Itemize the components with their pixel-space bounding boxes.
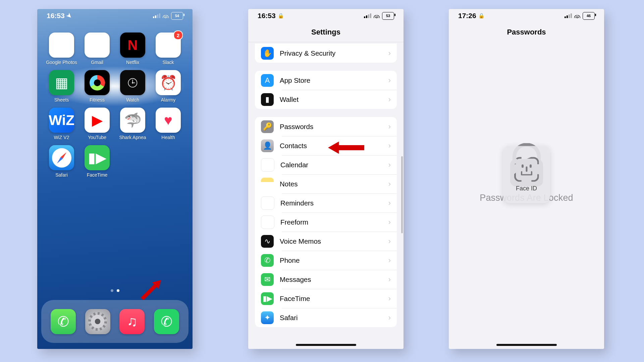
app-netflix[interactable]: NNetflix — [120, 33, 145, 65]
row-label: Reminders — [280, 199, 382, 207]
settings-row-passwords[interactable]: 🔑Passwords› — [255, 117, 397, 136]
svg-marker-1 — [328, 141, 364, 154]
settings-row-wallet[interactable]: ▮Wallet› — [255, 90, 397, 109]
row-icon: ✉︎ — [261, 273, 274, 286]
row-icon: ✦ — [261, 311, 274, 324]
settings-row-facetime[interactable]: ▮▶FaceTime› — [255, 289, 397, 308]
home-indicator[interactable] — [296, 344, 356, 346]
orientation-lock-icon: 🔒 — [278, 13, 284, 19]
settings-row-notes[interactable]: Notes› — [255, 174, 397, 193]
row-label: FaceTime — [280, 295, 382, 303]
badge: 2 — [173, 31, 183, 40]
app-youtube[interactable]: ▶YouTube — [85, 108, 110, 140]
faceid-label: Face ID — [516, 185, 537, 192]
page-indicator[interactable] — [37, 289, 193, 292]
app-gmail[interactable]: ✉︎Gmail — [85, 33, 110, 65]
app-wiz-v2[interactable]: WiZWiZ V2 — [49, 108, 74, 140]
app-shark-apnea[interactable]: 🦈Shark Apnea — [120, 108, 145, 140]
app-icon: ♥ — [156, 108, 181, 133]
settings-row-voice-memos[interactable]: ∿Voice Memos› — [255, 232, 397, 251]
row-label: Passwords — [280, 123, 382, 131]
app-label: WiZ V2 — [54, 135, 69, 140]
chevron-right-icon: › — [388, 313, 391, 322]
row-icon: ∿ — [261, 235, 274, 248]
settings-row-reminders[interactable]: ⋮Reminders› — [255, 193, 397, 213]
app-label: Watch — [126, 97, 139, 103]
dock-app-settings[interactable] — [85, 309, 110, 334]
row-icon: ✎ — [261, 216, 274, 229]
chevron-right-icon: › — [388, 275, 391, 284]
app-fitness[interactable]: Fitness — [85, 70, 110, 103]
app-label: YouTube — [88, 135, 106, 140]
dock-app-whatsapp[interactable]: ✆ — [154, 309, 179, 334]
dock: ✆♫✆ — [41, 300, 189, 343]
settings-row-phone[interactable]: ✆Phone› — [255, 251, 397, 270]
chevron-right-icon: › — [388, 218, 391, 227]
status-time: 17:26 — [458, 12, 476, 20]
chevron-right-icon: › — [388, 180, 391, 188]
app-slack[interactable]: ✱2Slack — [156, 33, 181, 65]
status-time: 16:53 — [258, 12, 276, 20]
row-icon: 🔑 — [261, 120, 274, 133]
app-icon: N — [120, 33, 145, 58]
row-icon: ⋮ — [261, 196, 274, 210]
settings-row-app-store[interactable]: AApp Store› — [255, 71, 397, 90]
app-label: Safari — [55, 172, 68, 178]
row-icon: ✋ — [261, 47, 274, 60]
app-google-photos[interactable]: ✦Google Photos — [49, 33, 74, 65]
app-label: FaceTime — [87, 172, 108, 178]
row-icon: ▮▶ — [261, 292, 274, 305]
app-label: Slack — [162, 60, 174, 65]
settings-list[interactable]: ✋Privacy & Security›AApp Store›▮Wallet›🔑… — [248, 42, 404, 349]
row-label: Notes — [280, 180, 382, 188]
row-label: Calendar — [280, 161, 382, 169]
settings-row-calendar[interactable]: ▦Calendar› — [255, 155, 397, 174]
location-icon: ➤ — [65, 11, 73, 20]
status-bar: 16:53 ➤ 54 — [37, 9, 193, 22]
app-label: Shark Apnea — [119, 135, 146, 140]
home-grid: ✦Google Photos✉︎GmailNNetflix✱2Slack▦She… — [37, 22, 193, 178]
faceid-prompt[interactable]: Face ID — [503, 146, 550, 203]
row-icon: A — [261, 74, 274, 87]
row-label: Freeform — [280, 218, 382, 226]
app-icon: ▦ — [49, 70, 74, 95]
app-label: Netflix — [126, 60, 139, 65]
dock-app-phone[interactable]: ✆ — [51, 309, 76, 334]
row-label: Phone — [280, 256, 382, 264]
nav-title: Settings — [248, 22, 404, 42]
chevron-right-icon: › — [388, 294, 391, 303]
chevron-right-icon: › — [388, 122, 391, 131]
row-icon: ▮ — [261, 93, 274, 106]
row-label: Messages — [280, 276, 382, 284]
app-watch[interactable]: ⌚︎Watch — [120, 70, 145, 103]
app-facetime[interactable]: ▮▶FaceTime — [85, 145, 110, 178]
row-icon: ✆ — [261, 254, 274, 267]
app-alarmy[interactable]: ⏰Alarmy — [156, 70, 181, 103]
app-icon: ✦ — [49, 33, 74, 58]
app-icon: ✉︎ — [85, 33, 110, 58]
app-icon: WiZ — [49, 108, 74, 133]
wifi-icon — [163, 13, 169, 18]
faceid-icon — [514, 157, 539, 182]
settings-row-contacts[interactable]: 👤Contacts› — [255, 136, 397, 155]
cellular-icon — [565, 13, 572, 18]
settings-row-messages[interactable]: ✉︎Messages› — [255, 270, 397, 289]
row-label: Safari — [280, 314, 382, 322]
app-safari[interactable]: Safari — [49, 145, 74, 178]
row-icon: 👤 — [261, 139, 274, 152]
status-time: 16:53 — [47, 12, 65, 20]
app-sheets[interactable]: ▦Sheets — [49, 70, 74, 103]
dock-app-music[interactable]: ♫ — [119, 309, 145, 334]
app-icon — [49, 145, 74, 170]
settings-row-privacy-security[interactable]: ✋Privacy & Security› — [255, 44, 397, 63]
wifi-icon — [374, 13, 380, 18]
app-health[interactable]: ♥Health — [156, 108, 181, 140]
annotation-arrow-icon — [328, 140, 364, 153]
settings-row-safari[interactable]: ✦Safari› — [255, 308, 397, 327]
app-icon: ✱2 — [156, 33, 181, 58]
scrollbar[interactable] — [401, 156, 403, 233]
home-indicator[interactable] — [496, 344, 557, 346]
status-bar: 16:53 🔒 53 — [248, 9, 404, 22]
chevron-right-icon: › — [388, 49, 391, 58]
settings-row-freeform[interactable]: ✎Freeform› — [255, 213, 397, 232]
